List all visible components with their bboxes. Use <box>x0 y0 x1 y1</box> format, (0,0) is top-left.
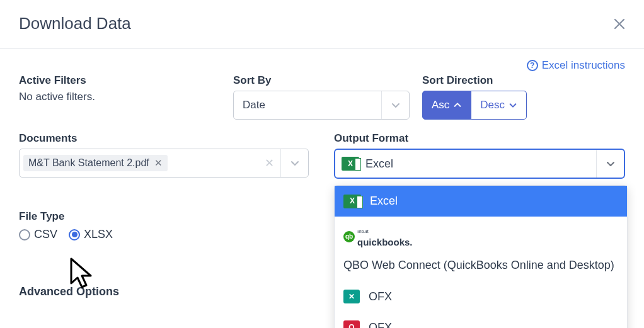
chevron-up-icon <box>453 101 462 110</box>
sort-by-value: Date <box>243 99 265 111</box>
documents-output-row: Documents M&T Bank Statement 2.pdf ✕ ✕ O… <box>19 132 625 179</box>
documents-label: Documents <box>19 132 309 145</box>
sort-by-label: Sort By <box>233 74 410 87</box>
sort-direction-label: Sort Direction <box>422 74 625 87</box>
document-chip: M&T Bank Statement 2.pdf ✕ <box>23 155 168 171</box>
xlsx-label: XLSX <box>84 228 113 241</box>
close-icon <box>614 18 625 30</box>
option-qbo[interactable]: qb ıntuıtquickbooks. QBO Web Connect (Qu… <box>335 217 627 281</box>
option-ofx-label: OFX <box>369 289 392 305</box>
radio-circle-checked-icon <box>69 229 80 240</box>
sort-direction-toggle: Asc Desc <box>422 91 625 120</box>
desc-label: Desc <box>480 99 505 111</box>
radio-circle-icon <box>19 229 30 240</box>
active-filters-block: Active Filters No active filters. <box>19 74 221 120</box>
radio-csv[interactable]: CSV <box>19 228 57 241</box>
modal-header: Download Data <box>0 0 644 49</box>
option-qfx-label: QFX <box>369 320 392 328</box>
chip-text: M&T Bank Statement 2.pdf <box>28 157 149 169</box>
output-format-dropdown: X Excel qb ıntuıtquickbooks. QBO Web Con… <box>334 185 628 328</box>
excel-instructions-link[interactable]: ? Excel instructions <box>527 59 625 72</box>
chevron-down-icon[interactable] <box>280 149 308 177</box>
chevron-down-icon[interactable] <box>596 150 624 178</box>
help-icon: ? <box>527 60 538 71</box>
option-excel-label: Excel <box>370 193 398 209</box>
chevron-down-icon <box>509 101 517 110</box>
option-excel[interactable]: X Excel <box>335 186 627 217</box>
active-filters-label: Active Filters <box>19 74 221 87</box>
modal-body: ? Excel instructions Active Filters No a… <box>0 49 644 298</box>
sort-direction-block: Sort Direction Asc Desc <box>422 74 625 120</box>
chip-remove-icon[interactable]: ✕ <box>154 157 163 169</box>
ofx-icon: ✕ <box>343 290 360 303</box>
quickbooks-icon: qb ıntuıtquickbooks. <box>343 224 413 249</box>
chevron-down-icon <box>381 91 409 119</box>
documents-block: Documents M&T Bank Statement 2.pdf ✕ ✕ <box>19 132 309 179</box>
excel-icon: X <box>342 157 359 171</box>
csv-label: CSV <box>34 228 57 241</box>
option-ofx[interactable]: ✕ OFX <box>335 281 627 312</box>
option-qfx[interactable]: Q QFX <box>335 312 627 328</box>
output-value: Excel <box>365 157 393 171</box>
help-link-text: Excel instructions <box>542 59 625 72</box>
help-row: ? Excel instructions <box>19 59 625 72</box>
clear-documents-icon[interactable]: ✕ <box>258 156 280 170</box>
qfx-icon: Q <box>343 320 360 328</box>
output-format-block: Output Format X Excel <box>334 132 625 179</box>
sort-by-block: Sort By Date <box>233 74 410 120</box>
sort-by-select[interactable]: Date <box>233 91 410 120</box>
modal-title: Download Data <box>19 14 131 33</box>
output-format-label: Output Format <box>334 132 625 145</box>
close-button[interactable] <box>614 16 625 32</box>
radio-xlsx[interactable]: XLSX <box>69 228 113 241</box>
option-qbo-label: QBO Web Connect (QuickBooks Online and D… <box>343 257 614 273</box>
sort-asc-button[interactable]: Asc <box>422 91 471 120</box>
sort-desc-button[interactable]: Desc <box>471 91 527 120</box>
output-format-select[interactable]: X Excel <box>334 149 625 179</box>
excel-icon: X <box>343 195 361 208</box>
asc-label: Asc <box>432 99 449 111</box>
top-row: Active Filters No active filters. Sort B… <box>19 74 625 120</box>
documents-select[interactable]: M&T Bank Statement 2.pdf ✕ ✕ <box>19 149 309 178</box>
active-filters-text: No active filters. <box>19 91 221 103</box>
